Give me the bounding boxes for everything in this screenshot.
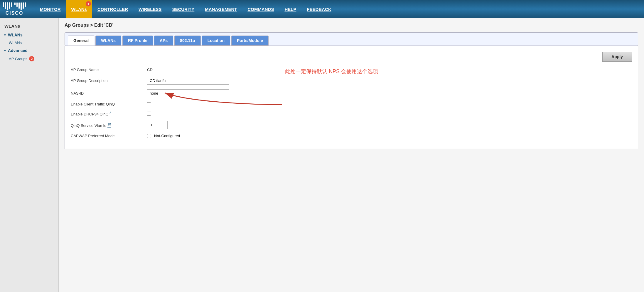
- sidebar-item-ap-groups[interactable]: AP Groups 2: [0, 55, 58, 63]
- sidebar-group-advanced[interactable]: ▼ Advanced: [0, 46, 58, 55]
- tab-wlans[interactable]: WLANs: [95, 36, 121, 46]
- capwap-row: CAPWAP Preferred Mode Not-Configured: [71, 134, 632, 138]
- bar2: [5, 2, 6, 9]
- capwap-label: CAPWAP Preferred Mode: [71, 134, 147, 138]
- sidebar-group-wlans-label: WLANs: [8, 33, 23, 37]
- tab-rf-profile[interactable]: RF Profile: [122, 36, 153, 46]
- nav-security[interactable]: SECURITY: [167, 0, 200, 18]
- breadcrumb: Ap Groups > Edit 'CD': [65, 23, 638, 28]
- sidebar-item-wlans[interactable]: WLANs: [0, 39, 58, 46]
- apply-button[interactable]: Apply: [602, 52, 632, 62]
- bar1: [3, 2, 4, 7]
- cisco-logo: CISCO: [3, 2, 26, 16]
- nav-links: MONITOR WLANs 1 CONTROLLER WIRELESS SECU…: [35, 0, 337, 18]
- apply-row: Apply: [71, 52, 632, 62]
- nav-feedback[interactable]: FEEDBACK: [301, 0, 336, 18]
- form-area: Apply AP Group Name CD AP Group Descript…: [65, 46, 638, 149]
- sidebar: WLANs ▼ WLANs WLANs ▼ Advanced AP Groups…: [0, 18, 59, 292]
- arrow-advanced: ▼: [4, 49, 6, 52]
- ap-groups-badge: 2: [29, 56, 34, 61]
- main-layout: WLANs ▼ WLANs WLANs ▼ Advanced AP Groups…: [0, 18, 644, 292]
- tabs-container: General WLANs RF Profile APs 802.11u Loc…: [65, 32, 638, 46]
- bar9: [21, 2, 22, 10]
- capwap-checkbox[interactable]: [147, 134, 151, 138]
- tab-ports-module[interactable]: Ports/Module: [231, 36, 269, 46]
- bar6: [14, 2, 16, 5]
- qinq-vlan-label: QinQ Service Vlan Id 10: [71, 122, 147, 128]
- bar8: [18, 2, 20, 9]
- capwap-value-row: Not-Configured: [147, 134, 180, 138]
- nav-wlans[interactable]: WLANs 1: [66, 0, 92, 18]
- bar5: [11, 2, 12, 7]
- annotation-arrow-svg: [129, 78, 335, 113]
- wlans-badge: 1: [86, 1, 91, 6]
- bar10: [23, 2, 24, 9]
- bar3: [7, 2, 8, 10]
- nav-help[interactable]: HELP: [279, 0, 301, 18]
- nav-controller[interactable]: CONTROLLER: [92, 0, 133, 18]
- qinq-vlan-row: QinQ Service Vlan Id 10: [71, 121, 632, 129]
- qinq-vlan-input[interactable]: [147, 121, 168, 129]
- top-nav: CISCO MONITOR WLANs 1 CONTROLLER WIRELES…: [0, 0, 644, 18]
- arrow-wlans: ▼: [4, 33, 6, 37]
- tab-aps[interactable]: APs: [154, 36, 173, 46]
- cisco-text: CISCO: [6, 11, 23, 16]
- tab-general[interactable]: General: [68, 36, 94, 46]
- sidebar-section-title: WLANs: [0, 21, 58, 31]
- ap-group-name-label: AP Group Name: [71, 68, 147, 72]
- tab-location[interactable]: Location: [202, 36, 230, 46]
- main-content: Ap Groups > Edit 'CD' General WLANs RF P…: [59, 18, 644, 292]
- bar11: [25, 2, 26, 7]
- cisco-bars: [3, 2, 26, 10]
- ap-group-name-value: CD: [147, 68, 153, 72]
- dhcpv4-link[interactable]: 3: [109, 112, 111, 116]
- sidebar-group-advanced-label: Advanced: [8, 48, 28, 53]
- nav-management[interactable]: MANAGEMENT: [200, 0, 242, 18]
- tabs: General WLANs RF Profile APs 802.11u Loc…: [68, 36, 635, 46]
- qinq-vlan-link[interactable]: 10: [107, 123, 111, 128]
- bar7: [16, 2, 18, 7]
- annotation-text: 此处一定保持默认 NPS 会使用这个选项: [285, 68, 378, 75]
- nav-wireless[interactable]: WIRELESS: [133, 0, 167, 18]
- capwap-value: Not-Configured: [154, 134, 180, 138]
- tab-80211u[interactable]: 802.11u: [174, 36, 200, 46]
- nav-monitor[interactable]: MONITOR: [35, 0, 66, 18]
- bar4: [9, 2, 10, 9]
- nav-commands[interactable]: COMMANDS: [242, 0, 279, 18]
- sidebar-group-wlans[interactable]: ▼ WLANs: [0, 31, 58, 39]
